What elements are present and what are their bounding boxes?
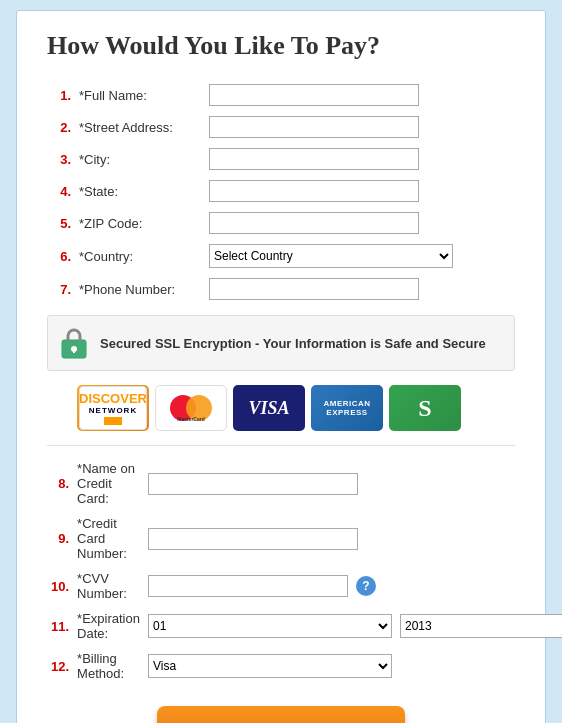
form-container: How Would You Like To Pay? 1. *Full Name… <box>16 10 546 723</box>
field-row-country: 6. *Country: Select Country United State… <box>47 239 515 273</box>
label-cc-name: *Name on Credit Card: <box>73 456 144 511</box>
mastercard-badge: MasterCard <box>155 385 227 431</box>
lock-icon <box>58 324 90 362</box>
full-name-input[interactable] <box>209 84 419 106</box>
cvv-input[interactable] <box>148 575 348 597</box>
row-num-9: 9. <box>47 511 73 566</box>
svg-text:MasterCard: MasterCard <box>177 416 205 422</box>
label-fullname: *Full Name: <box>75 79 205 111</box>
field-row-phone: 7. *Phone Number: <box>47 273 515 305</box>
address-form-table: 1. *Full Name: 2. *Street Address: 3. *C… <box>47 79 515 305</box>
label-street: *Street Address: <box>75 111 205 143</box>
row-num-1: 1. <box>47 79 75 111</box>
row-num-11: 11. <box>47 606 73 646</box>
field-row-zip: 5. *ZIP Code: <box>47 207 515 239</box>
row-num-7: 7. <box>47 273 75 305</box>
field-row-fullname: 1. *Full Name: <box>47 79 515 111</box>
label-state: *State: <box>75 175 205 207</box>
input-cell-fullname <box>205 79 515 111</box>
billing-method-select[interactable]: Visa MasterCard American Express Discove… <box>148 654 392 678</box>
label-expiry: *Expiration Date: <box>73 606 144 646</box>
city-input[interactable] <box>209 148 419 170</box>
field-row-cvv: 10. *CVV Number: ? <box>47 566 562 606</box>
next-button-container: NEXT ▶ <box>47 706 515 723</box>
country-select[interactable]: Select Country United States United King… <box>209 244 453 268</box>
input-cell-cc-number <box>144 511 562 566</box>
input-cell-state <box>205 175 515 207</box>
payment-cards-row: DISCOVER NETWORK MasterCard VISA AMERICA… <box>47 385 515 431</box>
row-num-2: 2. <box>47 111 75 143</box>
payment-form-table: 8. *Name on Credit Card: 9. *Credit Card… <box>47 456 562 686</box>
field-row-cc-name: 8. *Name on Credit Card: <box>47 456 562 511</box>
input-cell-city <box>205 143 515 175</box>
label-billing: *Billing Method: <box>73 646 144 686</box>
input-cell-street <box>205 111 515 143</box>
ssl-text: Secured SSL Encryption - Your Informatio… <box>100 336 486 351</box>
next-button[interactable]: NEXT ▶ <box>157 706 405 723</box>
field-row-billing: 12. *Billing Method: Visa MasterCard Ame… <box>47 646 562 686</box>
label-country: *Country: <box>75 239 205 273</box>
input-cell-expiry: 01 02 03 04 05 06 07 08 09 10 11 12 <box>144 606 562 646</box>
field-row-state: 4. *State: <box>47 175 515 207</box>
section-divider <box>47 445 515 446</box>
input-cell-country: Select Country United States United King… <box>205 239 515 273</box>
row-num-10: 10. <box>47 566 73 606</box>
input-cell-zip <box>205 207 515 239</box>
expiry-year-select[interactable]: 2013 2014 2015 2016 2017 2018 <box>400 614 562 638</box>
zip-input[interactable] <box>209 212 419 234</box>
page-title: How Would You Like To Pay? <box>47 31 515 61</box>
row-num-6: 6. <box>47 239 75 273</box>
row-num-4: 4. <box>47 175 75 207</box>
expiry-month-select[interactable]: 01 02 03 04 05 06 07 08 09 10 11 12 <box>148 614 392 638</box>
field-row-cc-number: 9. *Credit Card Number: <box>47 511 562 566</box>
label-cc-number: *Credit Card Number: <box>73 511 144 566</box>
ssl-section: Secured SSL Encryption - Your Informatio… <box>47 315 515 371</box>
input-cell-cvv: ? <box>144 566 562 606</box>
skrill-badge: S <box>389 385 461 431</box>
field-row-city: 3. *City: <box>47 143 515 175</box>
svg-rect-2 <box>73 349 75 353</box>
input-cell-billing: Visa MasterCard American Express Discove… <box>144 646 562 686</box>
cc-number-input[interactable] <box>148 528 358 550</box>
visa-badge: VISA <box>233 385 305 431</box>
state-input[interactable] <box>209 180 419 202</box>
phone-input[interactable] <box>209 278 419 300</box>
street-address-input[interactable] <box>209 116 419 138</box>
amex-badge: AMERICAN EXPRESS <box>311 385 383 431</box>
input-cell-phone <box>205 273 515 305</box>
input-cell-cc-name <box>144 456 562 511</box>
cvv-help-button[interactable]: ? <box>356 576 376 596</box>
row-num-12: 12. <box>47 646 73 686</box>
label-cvv: *CVV Number: <box>73 566 144 606</box>
mastercard-svg: MasterCard <box>161 390 221 426</box>
row-num-5: 5. <box>47 207 75 239</box>
row-num-3: 3. <box>47 143 75 175</box>
cc-name-input[interactable] <box>148 473 358 495</box>
row-num-8: 8. <box>47 456 73 511</box>
discover-card-badge: DISCOVER NETWORK <box>77 385 149 431</box>
label-zip: *ZIP Code: <box>75 207 205 239</box>
field-row-street: 2. *Street Address: <box>47 111 515 143</box>
field-row-expiry: 11. *Expiration Date: 01 02 03 04 05 06 … <box>47 606 562 646</box>
label-city: *City: <box>75 143 205 175</box>
label-phone: *Phone Number: <box>75 273 205 305</box>
